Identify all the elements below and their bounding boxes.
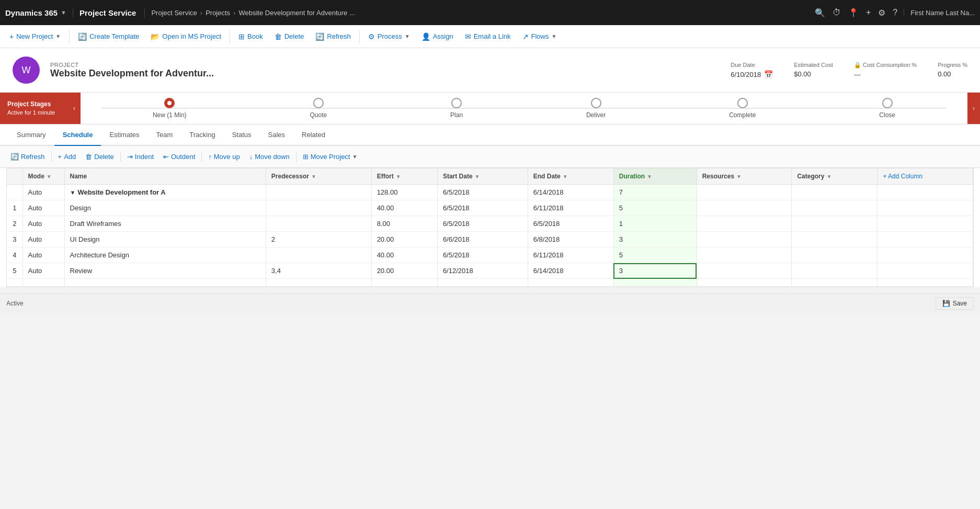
mode-0: Auto [22,185,64,200]
schedule-indent-button[interactable]: ⇥ Indent [123,150,158,163]
save-button[interactable]: 💾 Save [936,297,974,310]
col-header-predecessor[interactable]: Predecessor ▼ [266,168,371,185]
schedule-add-button[interactable]: + Add [54,150,81,163]
open-ms-project-button[interactable]: 📂 Open in MS Project [145,29,226,44]
name-0[interactable]: ▼Website Development for A [64,185,266,200]
col-header-effort[interactable]: Effort ▼ [371,168,437,185]
resources-4 [697,247,792,263]
assign-button[interactable]: 👤 Assign [416,29,459,44]
predecessor-sort-icon: ▼ [311,174,316,179]
col-header-duration[interactable]: Duration ▼ [613,168,697,185]
email-link-button[interactable]: ✉ Email a Link [460,29,516,44]
brand-chevron[interactable]: ▼ [61,9,66,16]
refresh-label: Refresh [327,32,351,40]
clock-icon[interactable]: ⏱ [833,8,841,17]
effort-1: 40.00 [371,200,437,216]
duration-sort-icon: ▼ [647,174,652,179]
user-name[interactable]: First Name Last Na... [904,9,975,17]
due-date-label: Due Date [731,62,773,68]
settings-icon[interactable]: ⚙ [878,8,885,18]
tab-summary[interactable]: Summary [8,125,54,146]
help-icon[interactable]: ? [893,8,897,17]
duration-1[interactable]: 5 [613,200,697,216]
calendar-icon[interactable]: 📅 [764,70,773,78]
duration-2[interactable]: 1 [613,216,697,232]
category-1 [792,200,878,216]
schedule-move-up-button[interactable]: ↑ Move up [204,150,244,163]
stage-deliver[interactable]: Deliver [586,98,606,119]
new-project-button[interactable]: + New Project ▼ [4,29,66,44]
stage-close[interactable]: Close [879,98,895,119]
effort-5: 20.00 [371,263,437,279]
col-header-mode[interactable]: Mode ▼ [22,168,64,185]
stage-quote-label: Quote [310,111,327,119]
location-icon[interactable]: 📍 [848,8,859,18]
progress-value: 0.00 [938,70,967,78]
predecessor-1 [266,200,371,216]
duration-3[interactable]: 3 [613,232,697,247]
stage-plan[interactable]: Plan [450,98,463,119]
schedule-move-project-button[interactable]: ⊞ Move Project ▼ [299,150,362,163]
col-header-name[interactable]: Name [64,168,266,185]
resources-1 [697,200,792,216]
category-4 [792,247,878,263]
name-3[interactable]: UI Design [64,232,266,247]
duration-0[interactable]: 7 [613,185,697,200]
tab-team[interactable]: Team [148,125,181,146]
project-label: PROJECT [50,62,720,68]
duration-5[interactable]: 3 [613,263,697,279]
col-header-end-date[interactable]: End Date ▼ [528,168,613,185]
add-icon[interactable]: + [866,8,871,17]
stages-next-button[interactable]: › [967,93,980,124]
tab-status[interactable]: Status [224,125,260,146]
name-1[interactable]: Design [64,200,266,216]
duration-4[interactable]: 5 [613,247,697,263]
schedule-delete-button[interactable]: 🗑 Delete [81,150,118,163]
row-num-3: 3 [7,232,22,247]
col-header-add-column[interactable]: + Add Column [878,168,973,185]
schedule-outdent-button[interactable]: ⇤ Outdent [159,150,199,163]
breadcrumb-item-1[interactable]: Project Service [151,9,197,17]
refresh-button[interactable]: 🔄 Refresh [310,29,356,44]
col-header-resources[interactable]: Resources ▼ [697,168,792,185]
flows-button[interactable]: ↗ Flows ▼ [517,29,562,44]
tabs-bar: Summary Schedule Estimates Team Tracking… [0,125,980,146]
category-sort-icon: ▼ [826,174,831,179]
mode-5: Auto [22,263,64,279]
tab-schedule[interactable]: Schedule [54,125,101,146]
flows-dropdown-icon: ▼ [551,33,556,39]
mode-3: Auto [22,232,64,247]
stage-close-circle [882,98,893,108]
schedule-delete-icon: 🗑 [85,153,92,161]
new-project-label: New Project [16,32,53,40]
tab-estimates[interactable]: Estimates [101,125,147,146]
stage-new[interactable]: New (1 Min) [153,98,187,119]
name-5[interactable]: Review [64,263,266,279]
search-icon[interactable]: 🔍 [815,8,825,18]
col-header-start-date[interactable]: Start Date ▼ [437,168,528,185]
book-button[interactable]: ⊞ Book [233,29,268,44]
name-2[interactable]: Draft Wireframes [64,216,266,232]
tab-related[interactable]: Related [293,125,334,146]
brand[interactable]: Dynamics 365 ▼ [5,8,73,17]
breadcrumb-item-2[interactable]: Projects [206,9,230,17]
add-column-button[interactable]: + Add Column [883,173,922,180]
tab-sales[interactable]: Sales [260,125,294,146]
lock-icon: 🔒 [854,62,861,68]
tab-tracking[interactable]: Tracking [181,125,223,146]
predecessor-0 [266,185,371,200]
process-button[interactable]: ⚙ Process ▼ [363,29,415,44]
delete-button[interactable]: 🗑 Delete [269,29,310,44]
stage-complete-label: Complete [729,111,756,119]
stage-complete[interactable]: Complete [729,98,756,119]
col-header-category[interactable]: Category ▼ [792,168,878,185]
move-project-dropdown-icon: ▼ [352,154,358,160]
name-4[interactable]: Architecture Design [64,247,266,263]
stages-title: Project Stages [7,100,61,109]
schedule-refresh-button[interactable]: 🔄 Refresh [6,150,49,163]
stages-prev-button[interactable]: ‹ [68,93,81,124]
create-template-button[interactable]: 🔄 Create Template [73,29,144,44]
stage-quote[interactable]: Quote [310,98,327,119]
process-icon: ⚙ [368,32,375,41]
schedule-move-down-button[interactable]: ↓ Move down [245,150,294,163]
